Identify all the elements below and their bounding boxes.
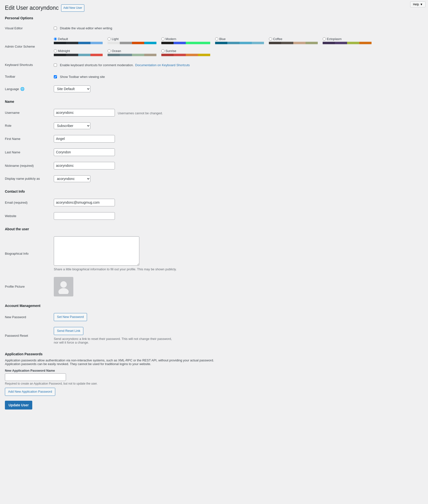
- scheme-ocean-bar: [108, 54, 156, 56]
- role-select[interactable]: Subscriber Contributor Author Editor Adm…: [54, 122, 90, 129]
- username-input[interactable]: [54, 109, 115, 116]
- app-passwords-description: Application passwords allow authenticati…: [5, 358, 225, 366]
- visual-editor-checkbox-label[interactable]: Disable the visual editor when writing: [54, 26, 421, 30]
- keyboard-shortcuts-checkbox[interactable]: [54, 63, 57, 67]
- nickname-input[interactable]: [54, 162, 115, 169]
- scheme-midnight-bar: [54, 54, 103, 56]
- toolbar-row: Toolbar Show Toolbar when viewing site: [5, 71, 423, 83]
- password-reset-row: Password Reset Send Reset Link Send acor…: [5, 324, 423, 347]
- color-scheme-options: Default: [54, 37, 421, 56]
- scheme-midnight-text: Midnight: [58, 49, 70, 53]
- scheme-sunrise[interactable]: Sunrise: [161, 49, 210, 56]
- send-reset-link-button[interactable]: Send Reset Link: [54, 327, 83, 335]
- last-name-input[interactable]: [54, 148, 115, 156]
- display-name-row: Display name publicly as acoryndonc: [5, 172, 423, 185]
- scheme-midnight[interactable]: Midnight: [54, 49, 103, 56]
- scheme-modern[interactable]: Modern: [161, 37, 210, 44]
- add-new-application-password-button[interactable]: Add New Application Password: [5, 388, 55, 396]
- scheme-ocean-radio[interactable]: [108, 49, 111, 52]
- scheme-modern-text: Modern: [165, 37, 176, 41]
- last-name-row: Last Name: [5, 146, 423, 159]
- email-row: Email (required): [5, 196, 423, 209]
- scheme-ectoplasm-text: Ectoplasm: [327, 37, 342, 41]
- website-label: Website: [5, 209, 54, 223]
- toolbar-checkbox-text: Show Toolbar when viewing site: [60, 75, 105, 79]
- scheme-coffee-text: Coffee: [273, 37, 282, 41]
- help-chevron-icon: ▼: [420, 3, 423, 6]
- personal-options-table: Visual Editor Disable the visual editor …: [5, 22, 423, 95]
- new-password-row: New Password Set New Password: [5, 310, 423, 324]
- name-section-title: Name: [5, 100, 423, 104]
- role-label: Role: [5, 119, 54, 132]
- scheme-ocean-text: Ocean: [112, 49, 121, 53]
- scheme-default-radio[interactable]: [54, 37, 57, 41]
- keyboard-shortcuts-checkbox-label[interactable]: Enable keyboard shortcuts for comment mo…: [54, 63, 421, 67]
- scheme-ectoplasm-radio[interactable]: [323, 37, 326, 41]
- scheme-ocean[interactable]: Ocean: [108, 49, 156, 56]
- scheme-sunrise-radio[interactable]: [161, 49, 165, 52]
- language-select[interactable]: Site Default: [54, 85, 90, 92]
- color-scheme-label: Admin Color Scheme: [5, 34, 54, 59]
- submit-wrap: Update User: [5, 401, 423, 414]
- scheme-light-text: Light: [112, 37, 119, 41]
- profile-picture-label: Profile Picture: [5, 274, 54, 299]
- bio-label: Biographical Info: [5, 233, 54, 274]
- contact-info-title: Contact Info: [5, 189, 423, 193]
- color-scheme-row: Admin Color Scheme Default: [5, 34, 423, 59]
- keyboard-shortcuts-link[interactable]: Documentation on Keyboard Shortcuts: [135, 63, 190, 67]
- scheme-default[interactable]: Default: [54, 37, 103, 44]
- scheme-ectoplasm-bar: [323, 42, 372, 44]
- account-management-table: New Password Set New Password Password R…: [5, 310, 423, 347]
- password-reset-label: Password Reset: [5, 324, 54, 347]
- scheme-coffee-bar: [269, 42, 318, 44]
- scheme-default-bar: [54, 42, 103, 44]
- keyboard-shortcuts-row: Keyboard Shortcuts Enable keyboard short…: [5, 59, 423, 71]
- scheme-modern-bar: [161, 42, 210, 44]
- svg-point-1: [58, 288, 69, 294]
- help-button[interactable]: Help ▼: [410, 1, 426, 7]
- update-user-button[interactable]: Update User: [5, 401, 32, 410]
- bio-textarea[interactable]: [54, 236, 139, 266]
- app-password-required-note: Required to create an Application Passwo…: [5, 382, 423, 385]
- first-name-row: First Name: [5, 132, 423, 146]
- page-header: Edit User acoryndonc Add New User: [5, 2, 423, 12]
- avatar: [54, 277, 73, 296]
- scheme-midnight-radio[interactable]: [54, 49, 57, 52]
- profile-picture-wrap: [54, 277, 421, 296]
- language-label: Language 🌐: [5, 83, 54, 95]
- scheme-ectoplasm[interactable]: Ectoplasm: [323, 37, 372, 44]
- toolbar-checkbox-label[interactable]: Show Toolbar when viewing site: [54, 75, 421, 79]
- email-input[interactable]: [54, 199, 115, 206]
- set-new-password-button[interactable]: Set New Password: [54, 313, 87, 321]
- scheme-coffee-radio[interactable]: [269, 37, 272, 41]
- add-new-user-button[interactable]: Add New User: [61, 4, 84, 11]
- first-name-label: First Name: [5, 132, 54, 146]
- scheme-blue[interactable]: Blue: [215, 37, 264, 44]
- scheme-sunrise-bar: [161, 54, 210, 56]
- bio-description: Share a little biographical information …: [54, 267, 421, 271]
- scheme-blue-radio[interactable]: [215, 37, 218, 41]
- page-title: Edit User acoryndonc: [5, 4, 59, 12]
- username-note: Usernames cannot be changed.: [118, 111, 163, 115]
- first-name-input[interactable]: [54, 135, 115, 143]
- app-password-form: New Application Password Name Required t…: [5, 369, 423, 396]
- scheme-coffee[interactable]: Coffee: [269, 37, 318, 44]
- app-password-name-input[interactable]: [5, 373, 66, 381]
- password-reset-description: Send acoryndonc a link to reset their pa…: [54, 337, 176, 344]
- role-row: Role Subscriber Contributor Author Edito…: [5, 119, 423, 132]
- scheme-light[interactable]: Light: [108, 37, 156, 44]
- toolbar-label: Toolbar: [5, 71, 54, 83]
- scheme-light-radio[interactable]: [108, 37, 111, 41]
- scheme-modern-radio[interactable]: [161, 37, 165, 41]
- keyboard-shortcuts-label: Keyboard Shortcuts: [5, 59, 54, 71]
- scheme-light-bar: [108, 42, 156, 44]
- display-name-select[interactable]: acoryndonc: [54, 175, 90, 182]
- display-name-label: Display name publicly as: [5, 172, 54, 185]
- username-label: Username: [5, 106, 54, 119]
- visual-editor-checkbox[interactable]: [54, 27, 57, 30]
- svg-point-0: [60, 281, 67, 288]
- toolbar-checkbox[interactable]: [54, 75, 57, 78]
- app-passwords-title: Application Passwords: [5, 352, 423, 356]
- website-input[interactable]: [54, 212, 115, 220]
- personal-options-title: Personal Options: [5, 16, 423, 20]
